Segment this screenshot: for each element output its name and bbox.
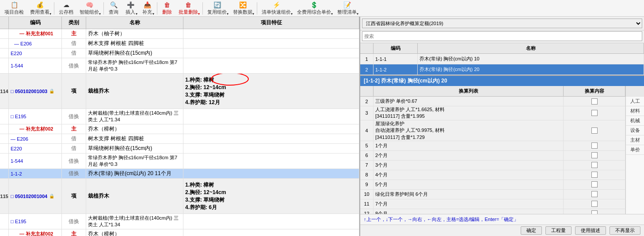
table-row[interactable]: E220 借 草绳绕树杆胸径在(15cm内) bbox=[0, 144, 359, 154]
checkbox[interactable] bbox=[591, 162, 598, 168]
toolbar-fee-view[interactable]: 💰 费用查看 bbox=[27, 0, 52, 16]
checkbox[interactable] bbox=[591, 142, 598, 149]
library-dropdown[interactable]: 江西省园林绿化养护概算定额(2019) bbox=[362, 19, 642, 28]
no-show-button[interactable]: 不再显示 bbox=[610, 226, 640, 235]
row-num bbox=[0, 169, 9, 178]
conv-row-6[interactable]: 6 2个月 bbox=[360, 151, 625, 161]
toolbar-delete[interactable]: 🗑 删除 bbox=[159, 0, 175, 16]
search-row bbox=[360, 30, 644, 43]
row-num bbox=[0, 134, 9, 143]
conv-row-num: 7 bbox=[360, 161, 373, 170]
use-desc-button[interactable]: 使用描述 bbox=[575, 226, 606, 235]
table-row[interactable]: E220 借 草绳绕树杆胸径在(15cm内) bbox=[0, 49, 359, 58]
table-row[interactable]: — 补充主材002 主 乔木（樟树） bbox=[0, 229, 359, 236]
lib-col-num bbox=[360, 43, 373, 53]
toolbar-project-check[interactable]: 📋 项目自检 bbox=[2, 0, 27, 16]
lock-icon: 🔒 bbox=[49, 89, 54, 94]
toolbar-sep-1 bbox=[54, 2, 54, 15]
row-type: 借换 bbox=[62, 169, 86, 178]
table-row[interactable]: 1-544 借换 常绿乔木养护 胸径≤16cm/干径≤18cm 第7月起 单价*… bbox=[0, 154, 359, 169]
conv-row-8[interactable]: 8 4个月 bbox=[360, 170, 625, 180]
checkbox[interactable] bbox=[591, 172, 598, 178]
delete-icon: 🗑 bbox=[164, 1, 170, 8]
conv-row-7[interactable]: 7 3个月 bbox=[360, 161, 625, 170]
lib-row-num: 1 bbox=[360, 54, 373, 64]
checkbox[interactable] bbox=[591, 181, 598, 187]
toolbar-full-fee[interactable]: 💲 全费用综合单价 bbox=[294, 0, 334, 16]
table-row-115[interactable]: 115 □ 050102001004 🔒 项 栽植乔木 1.种类: 樟树 2.胸… bbox=[0, 179, 359, 214]
left-table-body: — 补充主材001 主 乔木（柚子树） — E206 借 树木支撑 树根桩 四脚… bbox=[0, 29, 359, 236]
organize-label: 整理清单 bbox=[337, 9, 357, 15]
row-feature bbox=[183, 39, 359, 48]
row-type-115: 项 bbox=[62, 179, 86, 214]
toolbar-query[interactable]: 🔍 查询 bbox=[106, 0, 122, 16]
row-name: 乔木（柚子树） bbox=[86, 29, 183, 38]
organize-icon: 📝 bbox=[343, 1, 351, 8]
toolbar-smart-combine[interactable]: 🧠 智能组价 bbox=[77, 0, 102, 16]
left-table-header: 编码 类别 名称 项目特征 bbox=[0, 17, 359, 29]
conv-row-2[interactable]: 2 三级养护 单价*0.67 bbox=[360, 97, 625, 106]
replace-label: 替换数据 bbox=[233, 9, 252, 15]
table-row[interactable]: □ E195 借换 大树栽植(带土球)土球直径在(140cm内) 三类土 人工*… bbox=[0, 109, 359, 124]
full-fee-icon: 💲 bbox=[310, 1, 318, 8]
lib-col-name: 名称 bbox=[418, 43, 644, 53]
toolbar-organize[interactable]: 📝 整理清单 bbox=[335, 0, 359, 16]
table-row[interactable]: — E206 借 树木支撑 树根桩 四脚桩 bbox=[0, 134, 359, 144]
row-num bbox=[0, 109, 9, 124]
lib-row-name: 乔木(常绿) 胸径(cm以内) 10 bbox=[418, 54, 644, 64]
conv-row-4[interactable]: 4 屋顶绿化养护 自动浇灌养护 人工*0.9975, 材料 [34110117]… bbox=[360, 120, 625, 141]
checkbox[interactable] bbox=[591, 152, 598, 158]
qty-button[interactable]: 工程量 bbox=[545, 226, 572, 235]
row-code: □ E195 bbox=[9, 214, 62, 229]
toolbar-replace-data[interactable]: 🔀 替换数据 bbox=[230, 0, 255, 16]
row-type: 借换 bbox=[62, 214, 86, 229]
row-code-115: □ 050102001004 🔒 bbox=[9, 179, 62, 214]
query-icon: 🔍 bbox=[110, 1, 118, 8]
delete-label: 删除 bbox=[162, 9, 172, 15]
confirm-button[interactable]: 确定 bbox=[521, 226, 542, 235]
checkbox[interactable] bbox=[591, 98, 598, 105]
checkbox[interactable] bbox=[591, 201, 598, 207]
checkbox[interactable] bbox=[591, 110, 598, 116]
conv-row-num: 2 bbox=[360, 97, 373, 106]
row-num bbox=[0, 29, 9, 38]
lib-row-2[interactable]: 2 1-1-2 乔木(常绿) 胸径(cm以内) 20 bbox=[360, 64, 644, 75]
table-row[interactable]: — 补充主材001 主 乔木（柚子树） bbox=[0, 29, 359, 39]
conv-row-content bbox=[564, 170, 625, 180]
row-num bbox=[0, 229, 9, 236]
table-row-1-1-2[interactable]: 1-1-2 借换 乔木(常绿) 胸径(cm以内) 20 11个月 bbox=[0, 169, 359, 179]
conv-row-3[interactable]: 3 人工浇灌养护 人工*1.6625, 材料 [34110117] 含量*1.9… bbox=[360, 106, 625, 120]
conv-row-desc: 3个月 bbox=[373, 161, 564, 170]
table-row[interactable]: — 补充主材002 主 乔木（樟树） bbox=[0, 124, 359, 134]
conv-row-9[interactable]: 9 5个月 bbox=[360, 180, 625, 190]
checkbox[interactable] bbox=[591, 191, 598, 197]
toolbar-cloud-file[interactable]: ☁ 云存档 bbox=[56, 0, 76, 16]
col-header-type: 类别 bbox=[62, 17, 86, 29]
row-num bbox=[0, 214, 9, 229]
toolbar-reuse-combine[interactable]: 🔄 复用组价 bbox=[205, 0, 229, 16]
conv-row-num: 6 bbox=[360, 151, 373, 160]
smart-combine-icon: 🧠 bbox=[86, 1, 93, 8]
lib-row-1[interactable]: 1 1-1-1 乔木(常绿) 胸径(cm以内) 10 bbox=[360, 54, 644, 64]
conv-row-num: 5 bbox=[360, 141, 373, 150]
conv-row-10[interactable]: 10 绿化日常养护时间 6个月 bbox=[360, 190, 625, 199]
feature-line-2: 2.胸径: 12~14cm bbox=[185, 84, 226, 91]
table-row[interactable]: 1-544 借换 常绿乔木养护 胸径≤16cm/干径≤18cm 第7月起 单价*… bbox=[0, 58, 359, 74]
conv-row-num: 3 bbox=[360, 106, 373, 120]
checkbox[interactable] bbox=[591, 127, 598, 134]
table-row[interactable]: — E206 借 树木支撑 树根桩 四脚桩 bbox=[0, 39, 359, 49]
toolbar-quick-combine[interactable]: ⚡ 清单快速组价 bbox=[259, 0, 293, 16]
table-row[interactable]: □ E195 借换 大树栽植(带土球)土球直径在(140cm内) 三类土 人工*… bbox=[0, 214, 359, 229]
conv-row-11[interactable]: 11 7个月 bbox=[360, 199, 625, 209]
lock-icon-115: 🔒 bbox=[49, 194, 54, 199]
table-row-114[interactable]: 114 □ 050102001003 🔒 项 栽植乔木 1.种类: 樟树 2.胸… bbox=[0, 74, 359, 109]
toolbar-insert[interactable]: ➕ 插入 bbox=[122, 0, 138, 16]
toolbar-supplement[interactable]: 📥 补充 bbox=[139, 0, 155, 16]
conv-row-5[interactable]: 5 1个月 bbox=[360, 141, 625, 151]
feature-line-1: 1.种类: 樟树 bbox=[185, 76, 214, 84]
conv-row-12[interactable]: 12 8个月 bbox=[360, 209, 625, 214]
search-input[interactable] bbox=[362, 31, 642, 41]
toolbar-batch-delete[interactable]: 🗑 批量删除 bbox=[176, 0, 201, 16]
conv-row-content bbox=[564, 161, 625, 170]
checkbox[interactable] bbox=[591, 210, 598, 214]
